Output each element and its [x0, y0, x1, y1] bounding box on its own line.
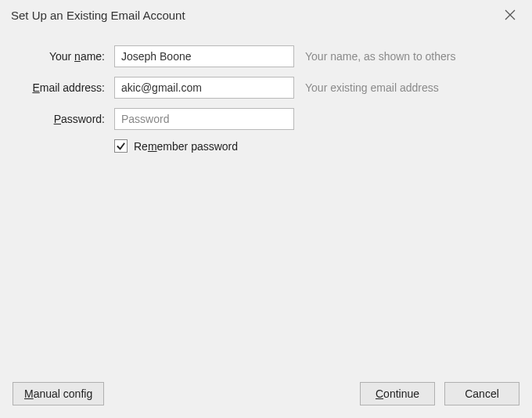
- checkmark-icon: [116, 141, 126, 151]
- close-button[interactable]: [499, 4, 521, 26]
- password-row: Password:: [13, 108, 519, 130]
- manual-config-button[interactable]: Manual config: [13, 382, 104, 405]
- name-hint: Your name, as shown to others: [305, 50, 456, 63]
- email-row: Email address: Your existing email addre…: [13, 77, 519, 99]
- close-icon: [505, 9, 516, 20]
- remember-row: Remember password: [114, 139, 519, 153]
- name-row: Your name: Your name, as shown to others: [13, 45, 519, 67]
- continue-button[interactable]: Continue: [360, 382, 435, 405]
- titlebar: Set Up an Existing Email Account: [0, 0, 532, 30]
- remember-checkbox[interactable]: [114, 139, 128, 153]
- name-input[interactable]: [114, 45, 294, 67]
- window-title: Set Up an Existing Email Account: [11, 9, 185, 22]
- name-label: Your name:: [13, 50, 114, 63]
- email-hint: Your existing email address: [305, 81, 439, 94]
- footer-right: Continue Cancel: [360, 382, 519, 405]
- form-area: Your name: Your name, as shown to others…: [0, 30, 532, 153]
- footer: Manual config Continue Cancel: [13, 382, 519, 405]
- password-input[interactable]: [114, 108, 294, 130]
- email-label: Email address:: [13, 81, 114, 94]
- cancel-button[interactable]: Cancel: [444, 382, 519, 405]
- password-label: Password:: [13, 113, 114, 125]
- email-input[interactable]: [114, 77, 294, 99]
- remember-label[interactable]: Remember password: [134, 140, 238, 153]
